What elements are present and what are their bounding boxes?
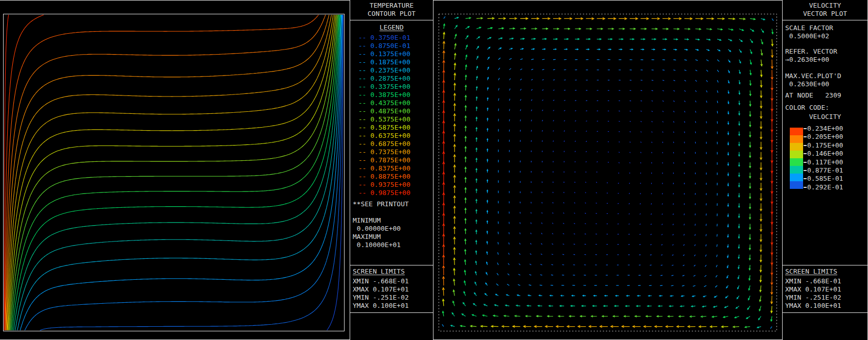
screen-limits-list: XMIN -.668E-01XMAX 0.107E+01YMIN -.251E-… bbox=[785, 277, 841, 310]
velocity-arrow bbox=[640, 193, 641, 194]
scale-factor-value: 0.5000E+02 bbox=[785, 32, 829, 40]
velocity-arrow bbox=[443, 182, 445, 193]
velocity-arrow bbox=[659, 295, 663, 297]
velocity-arrow bbox=[618, 183, 619, 184]
velocity-arrow bbox=[706, 224, 706, 226]
velocity-arrow bbox=[551, 285, 553, 286]
velocity-arrow bbox=[586, 131, 587, 132]
color-code-label: COLOR CODE: bbox=[785, 104, 829, 112]
velocity-arrow bbox=[520, 69, 522, 70]
velocity-arrow bbox=[531, 69, 533, 70]
velocity-arrow bbox=[542, 140, 543, 142]
velocity-colorbar bbox=[790, 128, 803, 189]
velocity-arrow bbox=[531, 79, 533, 80]
velocity-arrow bbox=[727, 265, 728, 268]
velocity-arrow bbox=[706, 18, 714, 20]
velocity-arrow bbox=[476, 87, 477, 91]
velocity-arrow bbox=[695, 18, 703, 20]
velocity-arrow bbox=[476, 138, 477, 142]
velocity-arrow bbox=[520, 89, 521, 90]
velocity-arrow bbox=[705, 255, 706, 257]
velocity-arrow bbox=[650, 265, 651, 265]
contour-line bbox=[5, 15, 318, 330]
velocity-arrow bbox=[465, 65, 467, 70]
velocity-arrow bbox=[760, 255, 762, 262]
velocity-arrow bbox=[552, 254, 553, 255]
velocity-arrow bbox=[453, 258, 455, 265]
velocity-arrow bbox=[771, 70, 773, 80]
velocity-arrow bbox=[488, 67, 489, 70]
velocity-arrow bbox=[466, 55, 467, 60]
max-vec-value: 0.2630E+00 bbox=[785, 80, 829, 88]
velocity-arrow bbox=[453, 248, 455, 255]
velocity-arrow bbox=[726, 285, 728, 288]
velocity-arrow bbox=[651, 193, 652, 194]
velocity-arrow bbox=[750, 29, 753, 32]
velocity-arrow bbox=[585, 234, 586, 234]
velocity-vector-plot bbox=[433, 0, 782, 340]
velocity-arrow bbox=[453, 290, 455, 296]
velocity-arrow bbox=[668, 315, 673, 317]
velocity-arrow bbox=[453, 144, 455, 152]
velocity-arrow bbox=[509, 28, 515, 29]
velocity-arrow bbox=[564, 131, 564, 132]
velocity-arrow bbox=[738, 213, 740, 217]
velocity-arrow bbox=[684, 132, 685, 133]
velocity-arrow bbox=[487, 180, 488, 183]
velocity-arrow bbox=[695, 28, 701, 30]
velocity-arrow bbox=[619, 132, 620, 132]
velocity-arrow bbox=[684, 234, 684, 236]
velocity-arrow bbox=[476, 209, 477, 213]
velocity-arrow bbox=[519, 263, 520, 265]
velocity-arrow bbox=[771, 234, 773, 245]
velocity-arrow bbox=[519, 243, 520, 245]
velocity-arrow bbox=[706, 90, 707, 92]
legend-level-row: -- 0.9875E+00 bbox=[350, 189, 433, 197]
velocity-arrow bbox=[476, 179, 477, 183]
velocity-arrow bbox=[442, 277, 444, 286]
velocity-arrow bbox=[688, 326, 695, 328]
velocity-arrow bbox=[629, 203, 630, 204]
velocity-arrow bbox=[498, 17, 506, 19]
velocity-arrow bbox=[739, 18, 745, 20]
velocity-arrow bbox=[655, 326, 663, 328]
velocity-arrow bbox=[444, 16, 445, 18]
velocity-arrow bbox=[771, 183, 773, 193]
velocity-arrow bbox=[691, 306, 695, 307]
velocity-arrow bbox=[465, 177, 466, 183]
velocity-arrow bbox=[585, 213, 586, 213]
velocity-arrow bbox=[683, 265, 684, 266]
velocity-arrow bbox=[721, 326, 728, 328]
velocity-arrow bbox=[443, 245, 445, 255]
velocity-arrow bbox=[454, 34, 456, 39]
velocity-arrow bbox=[749, 265, 750, 270]
velocity-arrow bbox=[739, 50, 741, 53]
velocity-arrow bbox=[464, 260, 466, 265]
velocity-arrow bbox=[564, 90, 565, 90]
velocity-arrow bbox=[661, 265, 663, 265]
velocity-arrow bbox=[639, 245, 641, 245]
velocity-arrow bbox=[487, 252, 488, 255]
velocity-arrow bbox=[600, 325, 608, 327]
velocity-arrow bbox=[531, 38, 535, 40]
velocity-arrow bbox=[672, 265, 673, 265]
velocity-arrow bbox=[663, 80, 664, 81]
velocity-arrow bbox=[717, 255, 717, 257]
velocity-arrow bbox=[443, 24, 445, 29]
velocity-arrow bbox=[509, 89, 510, 91]
velocity-arrow bbox=[476, 17, 483, 19]
velocity-arrow bbox=[487, 231, 488, 234]
velocity-arrow bbox=[586, 48, 589, 50]
velocity-arrow bbox=[750, 39, 752, 43]
velocity-arrow bbox=[556, 325, 564, 327]
velocity-arrow bbox=[771, 193, 773, 204]
velocity-arrow bbox=[553, 110, 554, 111]
contour-line bbox=[8, 15, 334, 330]
velocity-arrow bbox=[630, 152, 630, 153]
velocity-arrow bbox=[641, 111, 642, 111]
velocity-arrow bbox=[530, 243, 531, 244]
colorbar-band bbox=[790, 181, 803, 189]
velocity-arrow bbox=[465, 187, 466, 193]
velocity-arrow bbox=[453, 206, 455, 214]
velocity-arrow bbox=[641, 152, 641, 153]
